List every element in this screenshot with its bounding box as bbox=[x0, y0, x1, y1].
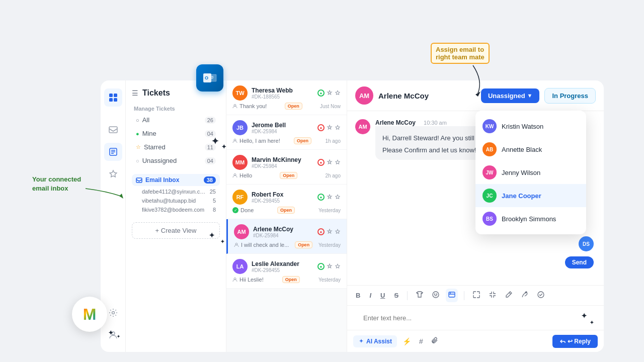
paperclip-button[interactable] bbox=[429, 334, 441, 348]
dropdown-item-annette[interactable]: AB Annette Black bbox=[475, 138, 586, 161]
ticket-preview-text: Hii Leslie! bbox=[239, 277, 264, 283]
annotation-email-inbox: Your connected email inbox bbox=[32, 175, 81, 193]
main-header: AM Arlene McCoy Unassigned ▼ In Progress bbox=[347, 80, 604, 111]
horse-icon-button[interactable] bbox=[519, 289, 531, 302]
nav-unassigned[interactable]: ○ Unassigned 04 bbox=[132, 154, 220, 167]
svg-point-21 bbox=[434, 294, 435, 294]
ticket-status-badge: Open bbox=[294, 137, 311, 144]
ticket-preview-text: Done bbox=[240, 207, 254, 213]
dropdown-item-label: Jenny Wilson bbox=[502, 169, 540, 176]
sub-email-2[interactable]: vibetahu@tutuapp.bid 5 bbox=[132, 196, 220, 205]
in-progress-button[interactable]: In Progress bbox=[544, 88, 596, 104]
main-title: Arlene McCoy bbox=[378, 92, 476, 100]
dropdown-item-kristin[interactable]: KW Kristin Watson bbox=[475, 115, 586, 138]
emoji-icon-button[interactable] bbox=[430, 289, 442, 302]
nav-email-inbox[interactable]: Email Inbox 38 bbox=[132, 174, 220, 186]
pin-icon bbox=[327, 194, 333, 200]
ticket-item[interactable]: RF Robert Fox #DK-298455 ● ✓ Done Open bbox=[226, 185, 347, 219]
svg-rect-7 bbox=[114, 94, 117, 97]
dropdown-avatar: KW bbox=[482, 119, 497, 133]
ticket-item[interactable]: JB Jerome Bell #DK-25984 ● Hello, I am h… bbox=[226, 115, 347, 150]
svg-rect-6 bbox=[109, 94, 113, 97]
email-icon bbox=[136, 177, 142, 184]
dropdown-item-label: Annette Black bbox=[502, 146, 542, 153]
reply-icon bbox=[559, 338, 566, 344]
toolbar-separator-2 bbox=[464, 291, 464, 300]
edit-icon-button[interactable] bbox=[503, 289, 515, 302]
reply-text-input[interactable] bbox=[355, 308, 596, 328]
template-icon-button[interactable] bbox=[414, 289, 426, 302]
expand-icon-button[interactable] bbox=[470, 289, 482, 302]
nav-mine[interactable]: ● Mine 04 bbox=[132, 127, 220, 140]
ticket-status-icon: ● bbox=[317, 263, 325, 270]
ticket-status-icon: ● bbox=[317, 89, 325, 97]
create-view-button[interactable]: + Create View bbox=[132, 222, 220, 239]
ticket-preview-text: Hello bbox=[239, 172, 252, 178]
user-small-icon bbox=[234, 242, 239, 247]
lightning-button[interactable]: ⚡ bbox=[400, 335, 414, 348]
text-input-area[interactable] bbox=[347, 305, 604, 330]
bold-button[interactable]: B bbox=[353, 290, 363, 301]
italic-button[interactable]: I bbox=[367, 290, 374, 301]
sub-email-3[interactable]: fikive3782@bodeem.com 8 bbox=[132, 205, 220, 214]
ticket-status-badge: Open bbox=[285, 103, 302, 110]
gmail-icon[interactable]: M bbox=[72, 297, 107, 332]
dropdown-item-label: Kristin Watson bbox=[502, 123, 543, 130]
ticket-item[interactable]: LA Leslie Alexander #DK-298455 ● Hii Les… bbox=[226, 254, 347, 289]
sidebar-icon-users[interactable] bbox=[104, 326, 122, 344]
ticket-name: Leslie Alexander bbox=[252, 260, 313, 267]
menu-icon: ☰ bbox=[132, 89, 138, 97]
underline-button[interactable]: U bbox=[378, 290, 387, 301]
attachment-icon-button[interactable] bbox=[446, 289, 458, 302]
starred-icon: ☆ bbox=[136, 144, 141, 150]
pin-icon bbox=[327, 159, 333, 165]
email-inbox-badge: 38 bbox=[204, 176, 216, 184]
sidebar-icon-tickets[interactable] bbox=[104, 143, 122, 161]
nav-all[interactable]: ○ All 26 bbox=[132, 114, 220, 126]
sidebar-icon-star[interactable] bbox=[104, 165, 122, 183]
ticket-status-icon: ● bbox=[317, 194, 325, 201]
outlook-icon[interactable]: O @ bbox=[196, 64, 223, 92]
ticket-item[interactable]: MM Marvin McKinney #DK-25984 ● Hello Ope… bbox=[226, 150, 347, 185]
svg-point-12 bbox=[112, 312, 114, 314]
ticket-item[interactable]: TW Theresa Webb #DK-188565 ● Thank you! … bbox=[226, 80, 347, 115]
sidebar-icon-logo[interactable] bbox=[104, 88, 122, 107]
panel-title: Tickets bbox=[142, 88, 170, 98]
svg-rect-9 bbox=[114, 98, 117, 102]
sub-email-1[interactable]: dafebe4112@syinxun.com 25 bbox=[132, 187, 220, 196]
svg-rect-8 bbox=[109, 98, 113, 102]
ticket-preview-text: Hello, I am here! bbox=[239, 138, 280, 144]
reply-button[interactable]: ↩ Reply bbox=[552, 335, 598, 348]
ticket-name: Arlene McCoy bbox=[253, 226, 313, 233]
hash-button[interactable]: # bbox=[417, 335, 426, 348]
send-btn[interactable]: Send bbox=[565, 256, 594, 268]
unassigned-button[interactable]: Unassigned ▼ bbox=[481, 88, 540, 103]
ticket-status-badge: Open bbox=[277, 207, 295, 214]
ai-icon bbox=[358, 338, 364, 344]
chat-avatar: AM bbox=[355, 119, 370, 134]
all-icon: ○ bbox=[136, 117, 139, 123]
svg-point-25 bbox=[538, 292, 544, 298]
toolbar-separator bbox=[407, 291, 408, 300]
sidebar-icon-inbox[interactable] bbox=[104, 121, 122, 139]
mine-icon: ● bbox=[136, 131, 139, 137]
ai-assist-button[interactable]: AI Assist bbox=[353, 335, 397, 347]
svg-point-20 bbox=[433, 292, 439, 298]
strike-button[interactable]: S bbox=[391, 290, 401, 301]
unassigned-icon: ○ bbox=[136, 158, 139, 164]
star-icon bbox=[335, 194, 341, 200]
ticket-time: Yesterday bbox=[318, 277, 341, 283]
compress-icon-button[interactable] bbox=[487, 289, 499, 302]
ticket-avatar: JB bbox=[232, 120, 248, 135]
dropdown-item-brooklyn[interactable]: BS Brooklyn Simmons bbox=[475, 207, 586, 230]
checkmark-icon-button[interactable] bbox=[535, 289, 547, 302]
ticket-id: #DK-25984 bbox=[253, 233, 313, 238]
nav-starred[interactable]: ☆ Starred 11 bbox=[132, 141, 220, 153]
ticket-item-selected[interactable]: AM Arlene McCoy #DK-25984 ● I will check… bbox=[226, 219, 347, 254]
dropdown-avatar: JC bbox=[482, 189, 497, 203]
ticket-name: Jerome Bell bbox=[252, 122, 313, 129]
dropdown-item-jane[interactable]: JC Jane Cooper bbox=[475, 184, 586, 207]
send-action-area: Send bbox=[565, 256, 594, 268]
ticket-time: Just Now bbox=[320, 104, 341, 109]
dropdown-item-jenny[interactable]: JW Jenny Wilson bbox=[475, 161, 586, 184]
